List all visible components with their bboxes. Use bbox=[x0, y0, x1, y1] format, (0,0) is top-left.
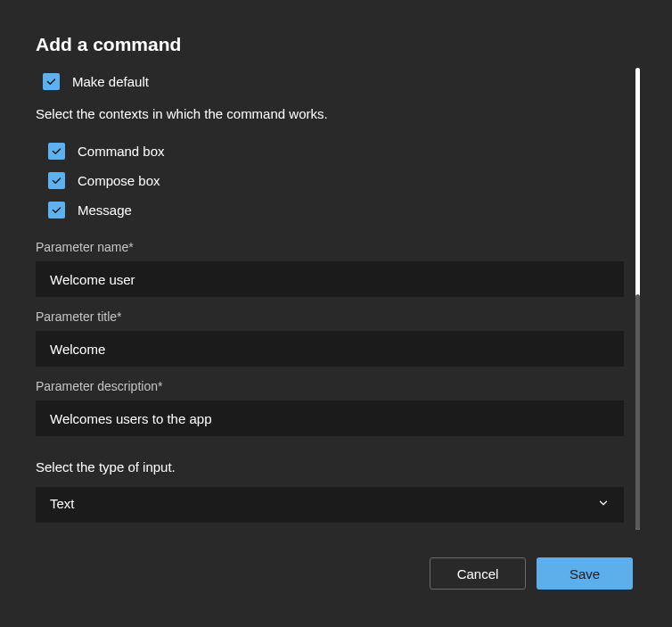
param-name-label: Parameter name* bbox=[36, 240, 624, 254]
context-compose-box-checkbox[interactable] bbox=[48, 172, 65, 189]
context-command-box-row[interactable]: Command box bbox=[41, 139, 624, 163]
scrollbar-thumb[interactable] bbox=[635, 294, 640, 530]
param-title-input[interactable] bbox=[36, 331, 624, 367]
check-icon bbox=[45, 76, 57, 87]
cancel-button[interactable]: Cancel bbox=[430, 557, 526, 590]
param-name-input[interactable] bbox=[36, 261, 624, 297]
save-button[interactable]: Save bbox=[537, 557, 633, 590]
context-command-box-checkbox[interactable] bbox=[48, 143, 65, 160]
input-type-select[interactable]: Text bbox=[36, 487, 624, 523]
button-row: Cancel Save bbox=[430, 557, 633, 590]
check-icon bbox=[51, 204, 62, 216]
make-default-row[interactable]: Make default bbox=[36, 70, 624, 94]
make-default-label: Make default bbox=[72, 74, 149, 89]
check-icon bbox=[51, 145, 62, 157]
input-type-label: Select the type of input. bbox=[36, 459, 624, 474]
param-description-input[interactable] bbox=[36, 400, 624, 436]
context-compose-box-label: Compose box bbox=[78, 173, 160, 188]
contexts-subtitle: Select the contexts in which the command… bbox=[36, 106, 624, 121]
context-compose-box-row[interactable]: Compose box bbox=[41, 169, 624, 193]
dialog-title: Add a command bbox=[36, 34, 624, 55]
context-message-label: Message bbox=[78, 202, 132, 218]
add-command-dialog: Add a command Make default Select the co… bbox=[0, 0, 672, 627]
contexts-group: Command box Compose box Message bbox=[36, 139, 624, 222]
context-message-checkbox[interactable] bbox=[48, 202, 65, 219]
input-type-select-wrapper[interactable]: Text bbox=[36, 487, 624, 523]
param-description-label: Parameter description* bbox=[36, 379, 624, 393]
param-title-label: Parameter title* bbox=[36, 309, 624, 324]
check-icon bbox=[51, 175, 62, 186]
make-default-checkbox[interactable] bbox=[43, 73, 60, 90]
context-command-box-label: Command box bbox=[78, 144, 165, 159]
context-message-row[interactable]: Message bbox=[41, 198, 624, 222]
